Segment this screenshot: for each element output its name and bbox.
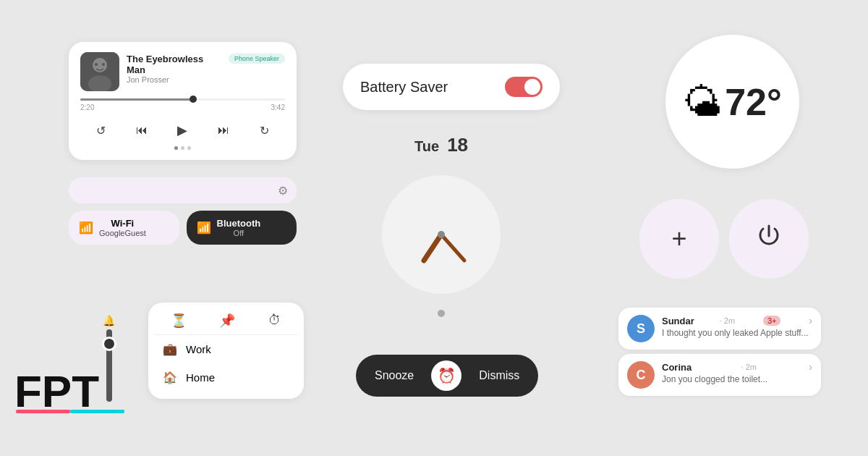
bluetooth-status: Off xyxy=(217,229,261,237)
qs-row: 📶 Wi-Fi GoogleGuest 📶 Bluetooth Off xyxy=(69,211,297,245)
wifi-button[interactable]: 📶 Wi-Fi GoogleGuest xyxy=(69,211,179,245)
music-artist: Jon Prosser xyxy=(127,75,221,84)
hourglass-icon[interactable]: ⏳ xyxy=(171,313,187,329)
replay-button[interactable]: ↺ xyxy=(89,119,112,142)
wifi-label: Wi-Fi xyxy=(99,218,146,229)
power-icon xyxy=(756,223,782,256)
battery-saver-card: Battery Saver xyxy=(343,64,560,110)
clock-widget: Tue 18 xyxy=(354,134,528,322)
repeat-button[interactable]: ↻ xyxy=(253,119,276,142)
home-icon: 🏠 xyxy=(163,371,177,384)
home-label: Home xyxy=(186,371,215,384)
wifi-network: GoogleGuest xyxy=(99,229,146,237)
svg-point-4 xyxy=(102,63,105,66)
notif-avatar-1: S xyxy=(627,315,655,342)
play-button[interactable]: ▶ xyxy=(171,119,194,142)
slider-top-icon: 🔔 xyxy=(103,315,115,326)
settings-icon: ⚙ xyxy=(278,184,288,198)
work-icon: 💼 xyxy=(163,342,177,356)
expand-icon-2: › xyxy=(809,361,812,373)
notif-header-1: Sundar · 2m 3+ › xyxy=(662,315,812,326)
time-row: 2:20 3:42 xyxy=(80,104,285,111)
time-current: 2:20 xyxy=(80,104,94,111)
battery-saver-label: Battery Saver xyxy=(360,79,448,96)
notif-body-1: Sundar · 2m 3+ › I thought you only leak… xyxy=(662,315,812,338)
dot-2 xyxy=(181,146,184,150)
phone-speaker-badge: Phone Speaker xyxy=(229,54,285,64)
notif-avatar-2: C xyxy=(627,361,655,389)
expand-icon-1: › xyxy=(809,315,812,326)
pin-icon[interactable]: 📌 xyxy=(219,313,235,329)
power-button[interactable] xyxy=(729,199,809,279)
notif-header-2: Corina · 2m › xyxy=(662,361,812,373)
toggle-thumb xyxy=(524,79,540,95)
music-title: The Eyebrowless Man xyxy=(127,54,221,75)
fpt-text: FPT xyxy=(14,369,130,414)
clock-face-svg xyxy=(369,162,514,307)
notif-time-2: · 2m xyxy=(741,363,757,371)
alarm-menu-top: ⏳ 📌 ⏱ xyxy=(154,310,298,335)
dot-3 xyxy=(187,146,191,150)
prev-button[interactable]: ⏮ xyxy=(130,119,153,142)
snooze-bar: Snooze ⏰ Dismiss xyxy=(356,355,538,397)
battery-saver-toggle[interactable] xyxy=(505,77,542,97)
timer-icon[interactable]: ⏱ xyxy=(268,313,281,329)
next-button[interactable]: ⏭ xyxy=(212,119,235,142)
notif-text-1: I thought you only leaked Apple stuff... xyxy=(662,328,812,338)
weather-content: 🌤 72° xyxy=(683,80,782,124)
notif-badge-1: 3+ xyxy=(763,316,781,326)
notif-text-2: Jon you clogged the toilet... xyxy=(662,374,812,384)
qs-search-bar[interactable]: ⚙ xyxy=(69,177,297,203)
progress-bar[interactable] xyxy=(80,98,285,101)
slider-knob xyxy=(102,337,116,351)
svg-point-3 xyxy=(95,63,98,66)
svg-point-8 xyxy=(438,231,445,238)
alarm-item-home[interactable]: 🏠 Home xyxy=(154,363,298,392)
bluetooth-button[interactable]: 📶 Bluetooth Off xyxy=(187,211,297,245)
weather-temp: 72° xyxy=(725,80,782,124)
bluetooth-icon: 📶 xyxy=(197,221,211,235)
music-info: The Eyebrowless Man Jon Prosser xyxy=(127,52,221,84)
music-controls: ↺ ⏮ ▶ ⏭ ↻ xyxy=(80,119,285,142)
notif-name-1: Sundar xyxy=(662,316,694,326)
work-label: Work xyxy=(186,343,211,355)
weather-widget: 🌤 72° xyxy=(665,35,799,169)
notification-1[interactable]: S Sundar · 2m 3+ › I thought you only le… xyxy=(618,308,821,350)
bluetooth-label: Bluetooth xyxy=(217,218,261,229)
clock-indicator xyxy=(438,310,445,317)
music-avatar xyxy=(80,52,119,91)
alarm-icon: ⏰ xyxy=(431,360,461,391)
clock-day-name: Tue xyxy=(414,138,439,154)
notifications-panel: S Sundar · 2m 3+ › I thought you only le… xyxy=(618,308,821,396)
clock-date: Tue 18 xyxy=(414,134,468,156)
fpt-logo: FPT xyxy=(14,369,130,442)
progress-dot xyxy=(190,96,197,103)
weather-icon: 🌤 xyxy=(683,80,722,124)
dismiss-button[interactable]: Dismiss xyxy=(467,365,531,387)
alarm-menu: ⏳ 📌 ⏱ 💼 Work 🏠 Home xyxy=(148,303,304,399)
progress-fill xyxy=(80,98,193,101)
action-buttons: + xyxy=(639,199,809,279)
notif-time-1: · 2m xyxy=(720,316,735,325)
time-total: 3:42 xyxy=(271,104,285,111)
notification-2[interactable]: C Corina · 2m › Jon you clogged the toil… xyxy=(618,354,821,396)
page-dots xyxy=(80,146,285,150)
wifi-icon: 📶 xyxy=(79,221,93,235)
clock-face-container xyxy=(369,162,514,307)
clock-day-number: 18 xyxy=(447,134,468,156)
notif-body-2: Corina · 2m › Jon you clogged the toilet… xyxy=(662,361,812,384)
quick-settings: ⚙ 📶 Wi-Fi GoogleGuest 📶 Bluetooth Off xyxy=(69,177,297,245)
plus-icon: + xyxy=(671,224,686,254)
notif-name-2: Corina xyxy=(662,362,692,373)
music-player: The Eyebrowless Man Jon Prosser Phone Sp… xyxy=(69,42,297,160)
alarm-item-work[interactable]: 💼 Work xyxy=(154,335,298,363)
dot-1 xyxy=(174,146,178,150)
add-button[interactable]: + xyxy=(639,199,719,279)
snooze-button[interactable]: Snooze xyxy=(363,365,425,387)
